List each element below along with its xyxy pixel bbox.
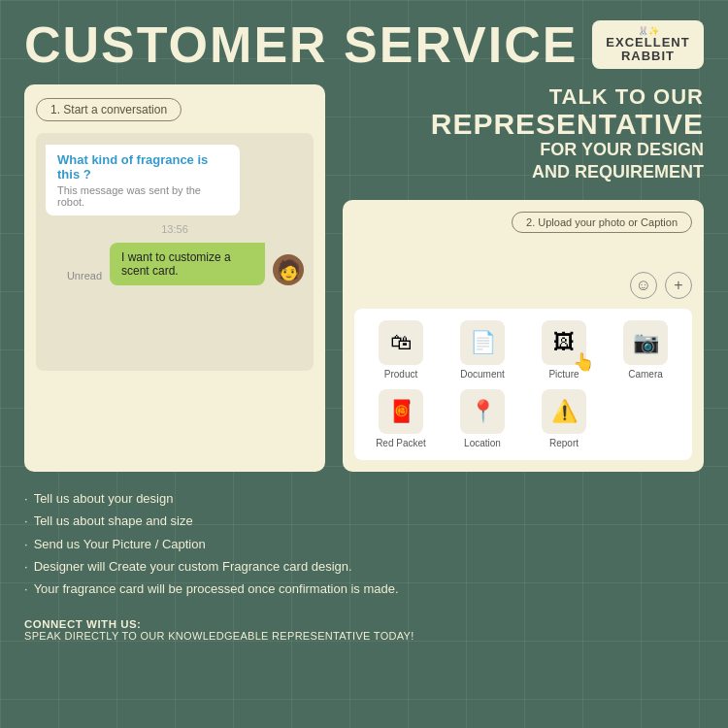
- user-message: I want to customize a scent card.: [110, 243, 265, 285]
- page-title: CUSTOMER SERVICE: [24, 19, 578, 70]
- chat-panel: 1. Start a conversation What kind of fra…: [24, 84, 325, 472]
- tagline-talk: TALK TO OUR: [343, 84, 704, 110]
- header: CUSTOMER SERVICE 🐰✨ EXCELLENT RABBIT: [24, 19, 704, 70]
- document-label: Document: [460, 369, 505, 380]
- bullet-item-5: · Your fragrance card will be processed …: [24, 578, 704, 600]
- connect-label: CONNECT WITH US:: [24, 618, 704, 630]
- logo-brand: EXCELLENT RABBIT: [602, 36, 694, 64]
- bullet-item-2: · Tell us about shape and size: [24, 510, 704, 532]
- step2-badge: 2. Upload your photo or Caption: [512, 212, 692, 233]
- redpacket-label: Red Packet: [376, 438, 426, 448]
- right-side: TALK TO OUR REPRESENTATIVE FOR YOUR DESI…: [343, 84, 704, 472]
- camera-label: Camera: [628, 369, 663, 380]
- speak-label: SPEAK DIRECTLY TO OUR KNOWLEDGEABLE REPR…: [24, 630, 704, 642]
- timestamp: 13:56: [46, 223, 304, 235]
- bottom-area: · Tell us about your design · Tell us ab…: [24, 487, 704, 601]
- logo: 🐰✨ EXCELLENT RABBIT: [592, 20, 704, 70]
- redpacket-icon-box: 🧧: [379, 389, 423, 434]
- document-icon-box: 📄: [460, 320, 505, 365]
- icon-item-redpacket[interactable]: 🧧 Red Packet: [362, 389, 440, 448]
- avatar: 🧑: [273, 254, 304, 285]
- bullet-list: · Tell us about your design · Tell us ab…: [24, 487, 704, 601]
- product-label: Product: [384, 369, 417, 380]
- upload-panel: 2. Upload your photo or Caption ☺ + 🛍 Pr…: [343, 200, 704, 472]
- tagline: TALK TO OUR REPRESENTATIVE FOR YOUR DESI…: [343, 84, 704, 184]
- step1-badge: 1. Start a conversation: [36, 98, 182, 121]
- tagline-rep: REPRESENTATIVE: [343, 110, 704, 139]
- location-label: Location: [464, 438, 501, 448]
- upload-action-icons: ☺ +: [354, 243, 692, 299]
- icon-item-document[interactable]: 📄 Document: [444, 320, 521, 380]
- icon-item-empty: [607, 389, 684, 448]
- icon-grid: 🛍 Product 📄 Document 🖼 👆 Picture: [354, 309, 692, 460]
- location-icon-box: 📍: [460, 389, 505, 434]
- icon-item-report[interactable]: ⚠️ Report: [525, 389, 603, 448]
- camera-icon-box: 📷: [623, 320, 668, 365]
- bullet-item-1: · Tell us about your design: [24, 487, 704, 510]
- footer: CONNECT WITH US: SPEAK DIRECTLY TO OUR K…: [24, 618, 704, 642]
- bullet-item-4: · Designer will Create your custom Fragr…: [24, 555, 704, 578]
- user-bubble: I want to customize a scent card.: [110, 243, 265, 285]
- robot-subtext: This message was sent by the robot.: [57, 184, 228, 208]
- icon-item-product[interactable]: 🛍 Product: [362, 320, 440, 380]
- report-icon-box: ⚠️: [542, 389, 586, 434]
- robot-message: What kind of fragrance is this ? This me…: [46, 145, 304, 215]
- user-message-row: Unread I want to customize a scent card.…: [46, 243, 304, 285]
- emoji-button[interactable]: ☺: [630, 272, 657, 299]
- main-content: 1. Start a conversation What kind of fra…: [24, 84, 704, 472]
- icon-item-picture[interactable]: 🖼 👆 Picture: [525, 320, 603, 380]
- icon-item-location[interactable]: 📍 Location: [444, 389, 521, 448]
- cursor-hand-icon: 👆: [573, 351, 594, 373]
- tagline-sub: FOR YOUR DESIGNAND REQUIREMENT: [343, 139, 704, 184]
- picture-icon-box: 🖼 👆: [542, 320, 586, 365]
- plus-button[interactable]: +: [665, 272, 692, 299]
- bullet-item-3: · Send us Your Picture / Caption: [24, 533, 704, 555]
- product-icon-box: 🛍: [379, 320, 423, 365]
- icon-item-camera[interactable]: 📷 Camera: [607, 320, 684, 380]
- unread-label: Unread: [67, 270, 102, 281]
- report-label: Report: [549, 438, 579, 448]
- chat-area: What kind of fragrance is this ? This me…: [36, 133, 314, 371]
- robot-question: What kind of fragrance is this ?: [57, 152, 228, 182]
